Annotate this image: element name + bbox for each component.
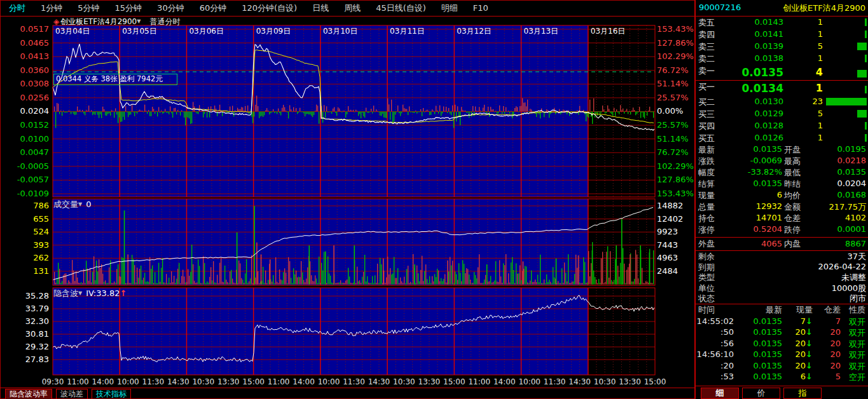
tick-nature: 双开 bbox=[849, 316, 865, 328]
quote-header: 90007216 创业板ETF沽4月2900 bbox=[696, 0, 868, 17]
menubar-item-8[interactable]: 周线 bbox=[344, 3, 361, 14]
date-label: 03月06日 bbox=[189, 27, 224, 36]
time-axis-label: 11:30 bbox=[541, 378, 568, 386]
tick-header-cell: 性质 bbox=[849, 304, 865, 316]
tick-row: :200.013520↓20双开 bbox=[696, 361, 868, 372]
date-label: 03月05日 bbox=[122, 27, 157, 36]
chevron-down-icon[interactable]: ▼ bbox=[137, 18, 141, 24]
iv-value: IV:33.82 bbox=[86, 288, 120, 298]
bid-price: 0.0128 bbox=[755, 121, 784, 130]
tick-price: 0.0135 bbox=[754, 327, 783, 337]
menubar-item-5[interactable]: 60分钟 bbox=[200, 3, 227, 14]
price-axis-label: 0.0308 bbox=[0, 79, 49, 88]
tick-time: :20 bbox=[720, 361, 734, 370]
chart-symbol-title[interactable]: 创业板ETF沽4月2900 bbox=[60, 17, 137, 26]
menubar-item-0[interactable]: 分时 bbox=[9, 3, 25, 14]
menubar-item-10[interactable]: 明细 bbox=[441, 3, 458, 14]
bid-qty: 1 bbox=[818, 121, 823, 130]
percent-axis-label: 0.00% bbox=[657, 106, 683, 116]
tick-qty-value: 7 bbox=[801, 316, 806, 326]
stat-label: 金额 bbox=[784, 201, 801, 213]
panel-tab-1[interactable]: 价 bbox=[742, 388, 780, 399]
menubar-item-3[interactable]: 15分钟 bbox=[115, 3, 142, 14]
outer-lots-label: 外盘 bbox=[698, 238, 715, 250]
depth-bar bbox=[857, 110, 867, 118]
stat-label: 最低 bbox=[784, 167, 801, 179]
ask-row-0[interactable]: 卖五0.01431 bbox=[696, 17, 868, 29]
price-axis-label: -0.0057 bbox=[0, 175, 49, 184]
menubar-item-1[interactable]: 1分钟 bbox=[41, 3, 62, 14]
tick-header-cell: 仓差 bbox=[824, 304, 841, 316]
volume-pane-label: 成交量▼0 bbox=[53, 200, 91, 209]
time-axis-label: 11:00 bbox=[64, 378, 92, 386]
ask-row-3[interactable]: 卖二0.01381 bbox=[696, 53, 868, 65]
menubar-item-7[interactable]: 日线 bbox=[312, 3, 329, 14]
bid-label: 买二 bbox=[698, 97, 715, 108]
ask-row-2[interactable]: 卖三0.01395 bbox=[696, 41, 868, 53]
bid-label: 买一 bbox=[698, 81, 715, 93]
bid-label: 买三 bbox=[698, 109, 715, 120]
time-axis-label: 11:30 bbox=[340, 378, 368, 386]
app-window: 分时1分钟5分钟15分钟30分钟60分钟120分钟(自设)日线周线45日线(自设… bbox=[0, 0, 868, 399]
tick-row: 14:55:020.01357↓7双开 bbox=[696, 316, 868, 328]
bid-price: 0.0129 bbox=[755, 109, 784, 118]
time-axis-label: 10:00 bbox=[315, 378, 343, 386]
panel-tab-0[interactable]: 细 bbox=[701, 388, 739, 399]
chevron-down-icon[interactable]: ▼ bbox=[78, 290, 82, 296]
indicator-tab-0[interactable]: 隐含波动率 bbox=[5, 389, 52, 399]
bid-row-0[interactable]: 买一0.01341 bbox=[696, 81, 868, 96]
time-axis-label: 10:30 bbox=[591, 378, 619, 386]
stat-label: 开盘 bbox=[784, 144, 801, 156]
menubar-item-6[interactable]: 120分钟(自设) bbox=[242, 3, 297, 14]
menubar-item-11[interactable]: F10 bbox=[473, 3, 488, 13]
ask-qty: 1 bbox=[818, 17, 823, 27]
menubar-item-4[interactable]: 30分钟 bbox=[157, 3, 184, 14]
bid-row-3[interactable]: 买四0.01281 bbox=[696, 120, 868, 132]
chevron-down-icon[interactable]: ▼ bbox=[78, 201, 82, 207]
tick-list[interactable]: 时间最新现量仓差性质14:55:020.01357↓7双开:500.013520… bbox=[696, 304, 868, 383]
iv-label[interactable]: 隐含波 bbox=[53, 288, 78, 298]
indicator-tab-2[interactable]: 技术指标 bbox=[92, 389, 131, 399]
percent-axis-label: 51.14% bbox=[657, 79, 689, 88]
ask-row-1[interactable]: 卖四0.01411 bbox=[696, 29, 868, 41]
depth-bar bbox=[865, 30, 867, 38]
iv-axis-label: 29.32 bbox=[0, 342, 49, 351]
menubar-item-9[interactable]: 45日线(自设) bbox=[376, 3, 426, 14]
volume-label[interactable]: 成交量 bbox=[53, 200, 78, 209]
panel-tab-2[interactable]: 指 bbox=[783, 388, 822, 399]
bid-row-4[interactable]: 买五0.01261 bbox=[696, 132, 868, 144]
tick-header: 时间最新现量仓差性质 bbox=[696, 304, 868, 316]
time-axis-label: 15:00 bbox=[240, 378, 268, 386]
security-code: 90007216 bbox=[699, 3, 741, 12]
volume-axis-label: 655 bbox=[0, 214, 49, 224]
stat-value: 0.0204 bbox=[837, 179, 867, 188]
time-axis-label: 14:00 bbox=[490, 378, 518, 386]
menubar-item-2[interactable]: 5分钟 bbox=[78, 3, 99, 14]
chart-canvas[interactable] bbox=[0, 17, 694, 388]
ask-label: 卖四 bbox=[698, 29, 715, 41]
bid-row-1[interactable]: 买二0.013023 bbox=[696, 96, 868, 108]
ask-price: 0.0139 bbox=[755, 41, 784, 51]
info-value: 10000股 bbox=[832, 283, 866, 294]
bid-row-2[interactable]: 买三0.01295 bbox=[696, 108, 868, 120]
ask-row-4[interactable]: 卖一0.01354 bbox=[696, 65, 868, 80]
oi-axis-label: 12402 bbox=[657, 214, 683, 224]
time-axis-label: 10:00 bbox=[114, 378, 142, 386]
bid-qty: 1 bbox=[818, 133, 823, 142]
iv-axis-label: 30.81 bbox=[0, 329, 49, 339]
tick-qty: 7↓ bbox=[801, 316, 813, 326]
time-axis-label: 10:00 bbox=[516, 378, 544, 386]
percent-axis-label: 102.29% bbox=[657, 161, 694, 171]
stat-label: 涨停 bbox=[698, 224, 715, 236]
stat-value: 0.0135 bbox=[837, 167, 867, 177]
security-name[interactable]: 创业板ETF沽4月2900 bbox=[783, 3, 865, 14]
date-label: 03月16日 bbox=[591, 27, 626, 36]
ask-price: 0.0138 bbox=[755, 53, 784, 63]
volume-axis-label: 262 bbox=[0, 253, 49, 262]
tick-nature: 双开 bbox=[849, 339, 865, 350]
ask-qty: 5 bbox=[818, 41, 823, 51]
bid-price: 0.0126 bbox=[755, 133, 784, 142]
indicator-tab-1[interactable]: 波动差 bbox=[56, 389, 88, 399]
volume-axis-label: 393 bbox=[0, 240, 49, 250]
ask-label: 卖五 bbox=[698, 17, 715, 29]
